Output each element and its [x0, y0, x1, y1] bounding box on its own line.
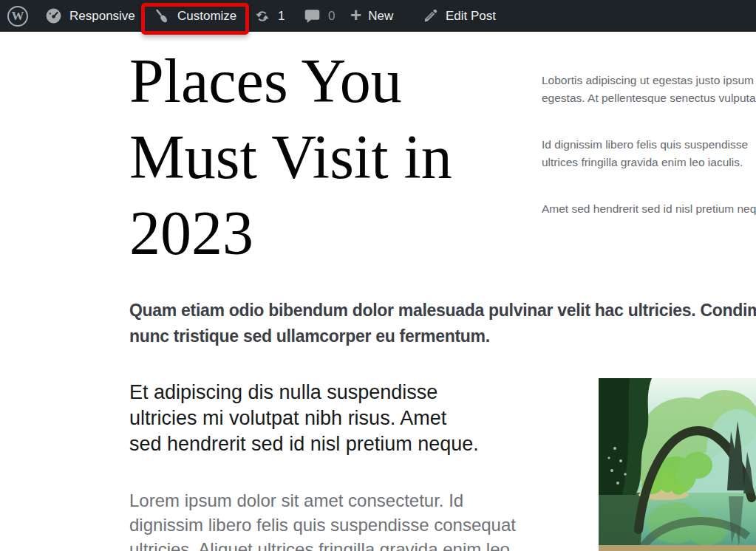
- update-arrows-icon: [253, 7, 271, 25]
- edit-post-menu-item[interactable]: Edit Post: [421, 0, 496, 32]
- paintbrush-icon: [152, 7, 171, 25]
- intro-text-column: Lobortis adipiscing ut egestas justo ips…: [542, 72, 756, 247]
- bridge-photo: [599, 378, 756, 551]
- site-menu-label: Responsive: [69, 9, 135, 24]
- browser-viewport: W Responsive: [0, 0, 756, 551]
- comments-menu-item[interactable]: 0: [303, 0, 335, 32]
- sidebar-paragraph: Amet sed hendrerit sed id nisl pretium n…: [542, 200, 756, 218]
- post-excerpt-bold: Quam etiam odio bibendum dolor malesuada…: [129, 298, 756, 349]
- comment-bubble-icon: [303, 7, 321, 25]
- updates-menu-item[interactable]: 1: [253, 0, 285, 32]
- comments-count: 0: [328, 9, 335, 24]
- new-label: New: [368, 9, 393, 24]
- pencil-icon: [421, 7, 439, 25]
- new-menu-item[interactable]: + New: [350, 0, 393, 32]
- post-page: Places You Must Visit in 2023 Lobortis a…: [0, 32, 756, 551]
- updates-count: 1: [278, 9, 285, 24]
- wp-admin-bar: W Responsive: [0, 0, 756, 32]
- sidebar-paragraph: Id dignissim libero felis quis suspendis…: [542, 136, 756, 171]
- post-lead-paragraph: Et adipiscing dis nulla suspendisse ultr…: [129, 380, 573, 457]
- customize-menu-item[interactable]: Customize: [152, 0, 236, 32]
- devils-bridge-illustration: [599, 378, 756, 551]
- edit-post-label: Edit Post: [446, 9, 496, 24]
- wordpress-logo-icon: W: [7, 6, 28, 27]
- customize-label: Customize: [177, 9, 236, 24]
- site-menu-responsive[interactable]: Responsive: [44, 0, 135, 32]
- post-body-paragraph: Lorem ipsum dolor sit amet consectetur. …: [129, 488, 573, 551]
- post-title: Places You Must Visit in 2023: [129, 43, 543, 271]
- sidebar-paragraph: Lobortis adipiscing ut egestas justo ips…: [542, 72, 756, 107]
- gauge-icon: [44, 7, 63, 25]
- plus-icon: +: [350, 5, 361, 24]
- wp-logo-menu[interactable]: W: [7, 0, 28, 32]
